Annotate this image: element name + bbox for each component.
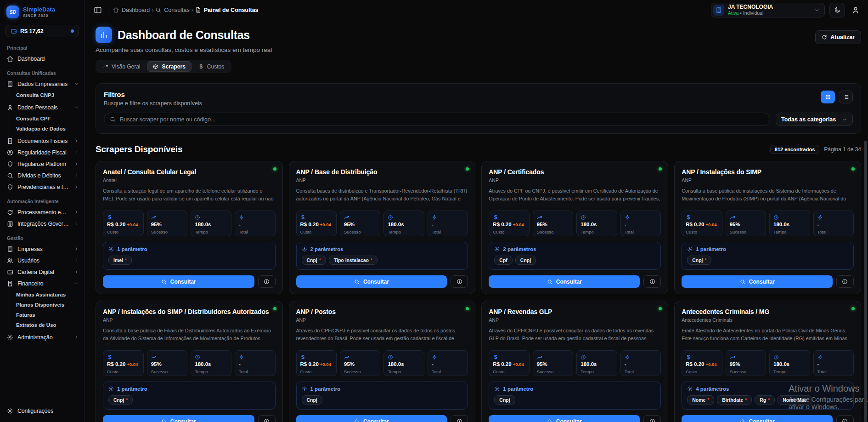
wallet-balance-button[interactable]: R$ 17,62 xyxy=(6,25,79,37)
status-dot xyxy=(466,167,469,171)
sidebar-subitem-faturas[interactable]: Faturas xyxy=(16,310,85,320)
breadcrumb-item-painel-de-consultas: Painel de Consultas xyxy=(195,7,259,13)
gear-icon xyxy=(494,386,500,392)
tab-visao-geral[interactable]: Visão Geral xyxy=(97,61,146,72)
consult-button[interactable]: Consultar xyxy=(103,415,254,422)
required-marker: * xyxy=(707,398,709,403)
sidebar-item-financeiro[interactable]: Financeiro xyxy=(0,278,85,289)
grid-icon xyxy=(825,94,831,100)
sidebar-item-dados-pessoais[interactable]: Dados Pessoais xyxy=(0,102,85,113)
stat-value: R$ 0.20+0.04 xyxy=(107,361,140,367)
info-button[interactable] xyxy=(451,415,468,422)
sidebar-item-label: Regularize Platform xyxy=(17,161,70,167)
category-select[interactable]: Todas as categorias xyxy=(776,113,853,126)
info-button[interactable] xyxy=(258,275,276,288)
stat-delta: +0.04 xyxy=(705,362,716,367)
tab-scrapers[interactable]: Scrapers xyxy=(147,61,191,72)
list-view-button[interactable] xyxy=(839,91,853,103)
chevron-right-icon xyxy=(74,246,79,251)
consult-button[interactable]: Consultar xyxy=(103,275,254,288)
sidebar-subitem-minhas-assinaturas[interactable]: Minhas Assinaturas xyxy=(16,290,85,300)
required-marker: * xyxy=(371,258,372,263)
consult-button[interactable]: Consultar xyxy=(682,415,833,422)
stat-icon-wrap: $ xyxy=(300,214,333,220)
info-button[interactable] xyxy=(836,275,854,288)
sidebar-item-carteira-digital[interactable]: Carteira Digital xyxy=(0,266,85,278)
card-title: ANP / Postos xyxy=(296,308,468,315)
consult-button[interactable]: Consultar xyxy=(489,415,640,422)
wallet-balance: R$ 17,62 xyxy=(20,28,68,34)
consult-button[interactable]: Consultar xyxy=(489,275,640,288)
param-chip-cnpj: Cnpj xyxy=(494,395,515,405)
trending-icon xyxy=(344,215,349,220)
clock-icon xyxy=(388,354,393,360)
grid-view-button[interactable] xyxy=(821,91,835,103)
sidebar-item-documentos-fiscais[interactable]: Documentos Fiscais xyxy=(0,135,85,147)
filters-title: Filtros xyxy=(104,91,202,98)
tab-box-icon xyxy=(153,64,158,69)
search-icon xyxy=(740,419,745,422)
sidebar-item-dividas-e-debitos[interactable]: Dívidas e Débitos xyxy=(0,170,85,181)
sidebar-item-integracoes-governamentais[interactable]: Integrações Governamentais xyxy=(0,218,85,229)
stat-custo: $R$ 0.20+0.04Custo xyxy=(682,211,722,236)
stat-value: 95% xyxy=(151,361,184,367)
chevron-right-icon xyxy=(74,269,79,274)
stat-icon-wrap: $ xyxy=(300,354,333,360)
user-menu-button[interactable] xyxy=(850,4,862,16)
sidebar-subitem-planos-disponiveis[interactable]: Planos Disponíveis xyxy=(16,300,85,310)
stat-icon-wrap xyxy=(388,214,420,220)
info-button[interactable] xyxy=(836,415,854,422)
breadcrumb-item-dashboard[interactable]: Dashboard xyxy=(113,7,150,13)
sidebar-subitem-extratos-de-uso[interactable]: Extratos de Uso xyxy=(16,320,85,330)
scraper-cards-grid: Anatel / Consulta Celular LegalAnatelCon… xyxy=(96,161,861,422)
clock-icon xyxy=(773,215,779,220)
stat-icon-wrap xyxy=(625,214,657,220)
vertical-scrollbar[interactable] xyxy=(864,141,867,422)
consult-button[interactable]: Consultar xyxy=(682,275,833,288)
stat-tempo: 180.0sTempo xyxy=(191,211,231,236)
sidebar-item-regularidade-fiscal[interactable]: Regularidade Fiscal xyxy=(0,147,85,158)
params-header: 1 parâmetro xyxy=(494,386,655,392)
tab-custos[interactable]: $Custos xyxy=(192,61,230,72)
sidebar-item-previdenciarias-e-inss[interactable]: Previdenciárias e INSS xyxy=(0,181,85,193)
sidebar-toggle-button[interactable] xyxy=(92,5,103,16)
dollar-icon: $ xyxy=(107,354,113,360)
stat-tempo: 180.0sTempo xyxy=(769,350,810,376)
sidebar-subitem-consulta-cpf[interactable]: Consulta CPF xyxy=(16,114,85,124)
param-chip-label: Cnpj xyxy=(499,397,510,403)
sidebar-item-configuracoes[interactable]: Configurações xyxy=(0,405,85,416)
consult-button[interactable]: Consultar xyxy=(296,275,447,288)
theme-toggle-button[interactable] xyxy=(829,3,845,17)
sidebar-item-empresas[interactable]: Empresas xyxy=(0,243,85,255)
stat-value: R$ 0.20+0.04 xyxy=(686,361,718,367)
refresh-button[interactable]: Atualizar xyxy=(815,30,861,44)
company-selector[interactable]: JA TECNOLOGIA Ativa • Individual xyxy=(711,3,825,17)
info-button[interactable] xyxy=(643,275,661,288)
sidebar-shield-icon xyxy=(7,184,13,190)
sidebar-subitem-consulta-cnpj[interactable]: Consulta CNPJ xyxy=(16,90,85,100)
scraper-card-anp-certificados: ANP / CertificadosANPAtravés do CPF ou C… xyxy=(481,161,668,294)
sidebar-item-label: Financeiro xyxy=(17,280,70,287)
info-button[interactable] xyxy=(258,415,276,422)
stat-custo: $R$ 0.20+0.04Custo xyxy=(489,350,529,376)
breadcrumb-item-consultas[interactable]: Consultas xyxy=(155,7,190,13)
sidebar-item-processamento-em-lote[interactable]: Processamento em Lote xyxy=(0,206,85,218)
sidebar-item-regularize-platform[interactable]: Regularize Platform xyxy=(0,158,85,170)
trending-icon xyxy=(344,354,349,360)
sidebar-item-label: Administração xyxy=(17,334,70,341)
search-icon xyxy=(354,419,360,422)
sidebar-item-dados-empresariais[interactable]: Dados Empresariais xyxy=(0,78,85,90)
search-input[interactable] xyxy=(104,113,770,126)
sidebar-item-usuarios[interactable]: Usuários xyxy=(0,255,85,266)
card-category: ANP xyxy=(296,177,468,183)
sidebar-user-badge-icon xyxy=(7,149,13,156)
info-button[interactable] xyxy=(451,275,468,288)
info-button[interactable] xyxy=(643,415,661,422)
card-category: ANP xyxy=(489,317,661,323)
consult-button[interactable]: Consultar xyxy=(296,415,447,422)
sidebar-item-administracao[interactable]: Administração xyxy=(0,331,85,343)
sidebar-subitem-validacao-de-dados[interactable]: Validação de Dados xyxy=(16,124,85,134)
zap-icon xyxy=(625,215,630,220)
stat-value: - xyxy=(432,222,464,227)
sidebar-item-dashboard[interactable]: Dashboard xyxy=(0,53,85,64)
